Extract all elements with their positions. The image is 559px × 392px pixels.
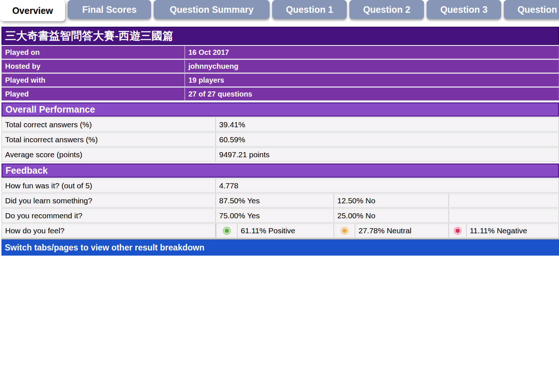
icon-cell <box>216 224 237 237</box>
row-label: Do you recommend it? <box>2 209 216 222</box>
tab-overview[interactable]: Overview <box>0 0 65 21</box>
tab-question-3[interactable]: Question 3 <box>427 0 501 19</box>
row-label: Average score (points) <box>2 148 216 161</box>
row-value-neutral: 27.78% Neutral <box>355 224 449 237</box>
row-label: Played <box>2 88 185 100</box>
red-radio-icon <box>454 227 462 235</box>
row-value-positive: 61.11% Positive <box>237 224 334 237</box>
row-value: 9497.21 points <box>216 148 559 161</box>
empty-cell <box>449 194 559 207</box>
table-row-fun: How fun was it? (out of 5) 4.778 <box>1 178 559 193</box>
row-value-no: 12.50% No <box>334 194 449 207</box>
row-value-yes: 87.50% Yes <box>216 194 334 207</box>
tab-question-2[interactable]: Question 2 <box>349 0 424 19</box>
table-row-played-on: Played on 16 Oct 2017 <box>1 46 559 59</box>
row-value: johnnychueng <box>185 60 559 72</box>
row-label: Played with <box>2 74 185 86</box>
icon-cell <box>449 224 466 237</box>
tab-final-scores[interactable]: Final Scores <box>68 0 151 19</box>
row-label: Total incorrect answers (%) <box>2 133 216 146</box>
table-row-played: Played 27 of 27 questions <box>1 87 559 101</box>
table-row-hosted-by: Hosted by johnnychueng <box>1 60 559 73</box>
quiz-title: 三大奇書益智問答大賽-西遊三國篇 <box>1 27 559 45</box>
tab-label: Overview <box>12 5 53 16</box>
row-value-no: 25.00% No <box>334 209 449 222</box>
row-label: How fun was it? (out of 5) <box>2 179 216 192</box>
row-label: Total correct answers (%) <box>2 118 216 131</box>
results-sheet: 三大奇書益智問答大賽-西遊三國篇 Played on 16 Oct 2017 H… <box>1 27 559 256</box>
feedback-header: Feedback <box>1 163 559 178</box>
icon-cell <box>334 224 355 237</box>
row-label: Played on <box>2 46 185 59</box>
row-label: Did you learn something? <box>2 194 216 207</box>
table-row-learn: Did you learn something? 87.50% Yes 12.5… <box>1 193 559 208</box>
table-row-played-with: Played with 19 players <box>1 74 559 87</box>
row-value: 16 Oct 2017 <box>185 46 559 59</box>
tab-label: Question 3 <box>440 4 487 15</box>
orange-radio-icon <box>341 227 349 235</box>
row-value: 27 of 27 questions <box>185 88 559 100</box>
footer-message: Switch tabs/pages to view other result b… <box>1 240 559 256</box>
row-value: 39.41% <box>216 118 559 131</box>
row-value: 19 players <box>185 74 559 86</box>
tab-question-4[interactable]: Question 4 <box>504 0 559 19</box>
row-label: How do you feel? <box>2 224 216 237</box>
row-value-yes: 75.00% Yes <box>216 209 334 222</box>
row-label: Hosted by <box>2 60 185 72</box>
row-value: 60.59% <box>216 133 559 146</box>
table-row-recommend: Do you recommend it? 75.00% Yes 25.00% N… <box>1 208 559 223</box>
table-row-average-score: Average score (points) 9497.21 points <box>1 147 559 162</box>
tab-label: Question Summary <box>170 4 254 15</box>
green-radio-icon <box>223 227 231 235</box>
sheet-tab-bar: Overview Final Scores Question Summary Q… <box>0 0 559 27</box>
table-row-total-incorrect: Total incorrect answers (%) 60.59% <box>1 132 559 147</box>
tab-question-summary[interactable]: Question Summary <box>154 0 270 19</box>
overall-performance-header: Overall Performance <box>1 102 559 117</box>
empty-cell <box>449 209 559 222</box>
tab-question-1[interactable]: Question 1 <box>272 0 347 19</box>
table-row-total-correct: Total correct answers (%) 39.41% <box>1 117 559 132</box>
tab-label: Question 1 <box>286 4 333 15</box>
row-value: 4.778 <box>216 179 559 192</box>
table-row-feel: How do you feel? 61.11% Positive 27.78% … <box>1 223 559 238</box>
row-value-negative: 11.11% Negative <box>466 224 559 237</box>
tab-label: Final Scores <box>82 4 137 15</box>
tab-label: Question 2 <box>363 4 410 15</box>
tab-label: Question 4 <box>517 4 559 15</box>
